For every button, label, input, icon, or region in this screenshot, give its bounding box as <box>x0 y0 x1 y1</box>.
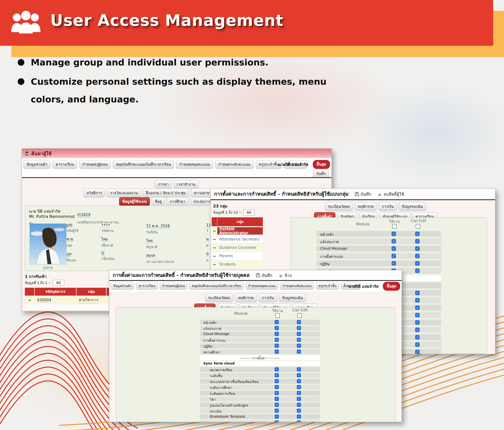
enable-checkbox[interactable] <box>275 332 279 336</box>
can-edit-checkbox[interactable] <box>415 246 420 251</box>
tab-button[interactable]: ข้อมูลของฉัน <box>399 202 426 211</box>
can-edit-checkbox[interactable] <box>297 338 301 342</box>
can-edit-checkbox[interactable] <box>297 350 301 354</box>
tab-button[interactable]: กำหนดระดับคะแนน <box>215 160 254 169</box>
can-edit-checkbox[interactable] <box>297 409 301 413</box>
group-cell[interactable]: ฝ่ายวิชาการ <box>77 296 106 304</box>
enable-checkbox[interactable] <box>275 409 279 413</box>
tab-button[interactable]: กำหนดสมุดคะแนน <box>176 160 213 169</box>
enable-checkbox[interactable] <box>275 320 279 324</box>
can-edit-checkbox[interactable] <box>415 254 420 258</box>
staff-id-cell[interactable]: 630004 <box>35 296 76 304</box>
tab-button[interactable]: สมุดบันทึกคะแนน/บันทึกเวลาเรียน <box>113 160 174 169</box>
group-link[interactable]: Attendance Secretary <box>217 236 263 243</box>
can-edit-checkbox[interactable] <box>297 367 301 371</box>
can-edit-checkbox[interactable] <box>297 391 301 395</box>
can-edit-checkbox[interactable] <box>415 313 420 317</box>
can-edit-checkbox[interactable] <box>415 239 420 243</box>
enable-checkbox[interactable] <box>275 373 279 377</box>
tab-button[interactable]: พฤติกรรม <box>355 202 377 211</box>
can-edit-checkbox[interactable] <box>297 403 301 407</box>
can-edit-checkbox[interactable] <box>415 232 420 236</box>
collapse-cell[interactable]: − <box>212 244 217 251</box>
enable-checkbox[interactable] <box>392 239 396 243</box>
enable-checkbox[interactable] <box>392 261 396 266</box>
collapse-cell[interactable]: − <box>212 252 217 260</box>
tab-button[interactable]: การศึกษา <box>167 197 188 206</box>
can-edit-checkbox[interactable] <box>297 379 301 383</box>
collapse-cell[interactable]: − <box>212 261 217 268</box>
can-edit-checkbox[interactable] <box>297 397 301 401</box>
can-edit-checkbox[interactable] <box>297 420 301 422</box>
tab-button[interactable]: สมุดบันทึกคะแนน/บันทึกเวลาเรียน <box>189 282 244 290</box>
tab-button[interactable]: เวลาทำงาน <box>173 180 198 189</box>
can-edit-checkbox[interactable] <box>297 414 301 419</box>
group-row[interactable]: − Students <box>212 261 263 268</box>
enable-checkbox[interactable] <box>392 232 396 236</box>
tab-button[interactable]: ครูประจำชั้น <box>256 160 282 169</box>
can-edit-checkbox[interactable] <box>297 385 301 389</box>
use-select-all-checkbox[interactable] <box>275 313 280 318</box>
group-row[interactable]: − Parents <box>212 252 263 260</box>
enable-checkbox[interactable] <box>392 246 396 251</box>
group-link[interactable]: Parents <box>217 252 263 260</box>
can-edit-checkbox[interactable] <box>415 269 420 273</box>
can-edit-checkbox[interactable] <box>297 326 301 330</box>
enable-checkbox[interactable] <box>392 254 396 258</box>
use-select-all-checkbox[interactable] <box>392 224 397 229</box>
group-link[interactable]: Guidance Counselor <box>217 244 263 251</box>
tab-button[interactable]: ข้อมูลส่วนตัว <box>23 160 50 169</box>
tab-button[interactable]: กำหนดครูผู้สอน <box>160 282 187 290</box>
tab-button[interactable]: ตั้งค่าเวลา <box>341 282 361 290</box>
tab-button[interactable]: รางวัลและผลงาน <box>107 189 141 197</box>
delete-permission-button[interactable]: ลบสิทธิ์ผู้ใช้ <box>378 191 404 197</box>
can-edit-checkbox[interactable] <box>415 261 420 266</box>
tab-button[interactable]: สวัสดิการ <box>83 189 105 197</box>
collapse-cell[interactable]: − <box>212 236 217 243</box>
can-edit-checkbox[interactable] <box>415 328 420 332</box>
group-link[interactable]: System Administrator <box>217 227 263 235</box>
enable-checkbox[interactable] <box>275 344 279 348</box>
can-edit-checkbox[interactable] <box>415 291 420 295</box>
can-edit-checkbox[interactable] <box>415 320 420 325</box>
can-edit-checkbox[interactable] <box>415 298 420 303</box>
group-link[interactable]: Students <box>217 261 263 268</box>
save-button[interactable]: บันทึก <box>355 191 371 197</box>
enable-checkbox[interactable] <box>275 338 279 342</box>
group-row[interactable]: − Attendance Secretary <box>212 236 263 243</box>
tab-button[interactable]: กำหนดสมุดคะแนน <box>246 282 278 290</box>
can-edit-checkbox[interactable] <box>415 342 420 347</box>
enable-checkbox[interactable] <box>275 414 279 419</box>
enable-checkbox[interactable] <box>275 379 279 383</box>
tab-button[interactable]: การเงิน <box>259 293 277 302</box>
tab-button[interactable]: การลา <box>155 180 172 189</box>
collapse-cell[interactable]: − <box>212 227 217 235</box>
tab-button[interactable]: ข้อมูลของฉัน <box>279 293 306 302</box>
can-edit-checkbox[interactable] <box>297 320 301 324</box>
can-edit-checkbox[interactable] <box>297 332 301 336</box>
group-row[interactable]: − Guidance Counselor <box>212 244 263 251</box>
clear-button[interactable]: ล้าง <box>279 272 292 279</box>
tab-button[interactable]: ครูประจำชั้น <box>316 282 339 290</box>
tab-button[interactable]: ตารางเรียน <box>136 282 158 290</box>
save-button[interactable]: บันทึก <box>256 272 272 279</box>
enable-checkbox[interactable] <box>275 391 279 395</box>
tab-button[interactable]: พฤติกรรม <box>235 293 257 302</box>
enable-checkbox[interactable] <box>275 385 279 389</box>
tab-button[interactable]: ข้อมูลส่วนตัว <box>111 282 134 290</box>
can-edit-checkbox[interactable] <box>297 344 301 348</box>
tab-button[interactable]: ทะเบียนวัดผล <box>325 202 353 211</box>
tab-button[interactable]: ฝึกอบรม / สัมนา/ ประชุม <box>143 189 189 197</box>
tab-button[interactable]: ตั้งค่าเวลา <box>284 160 307 169</box>
collapse-cell[interactable]: − <box>25 296 34 304</box>
tab-button[interactable]: ทะเบียนวัดผล <box>205 293 233 302</box>
tab-button[interactable]: ข้อมูลผู้ใช้ระบบ <box>119 197 150 206</box>
enable-checkbox[interactable] <box>275 367 279 371</box>
can-edit-select-all-checkbox[interactable] <box>297 313 302 318</box>
can-edit-select-all-checkbox[interactable] <box>416 224 420 229</box>
can-edit-checkbox[interactable] <box>297 373 301 377</box>
enable-checkbox[interactable] <box>275 350 279 354</box>
can-edit-checkbox[interactable] <box>415 305 420 310</box>
tab-button[interactable]: กำหนดครูผู้สอน <box>79 160 111 169</box>
tab-button[interactable]: ตารางเรียน <box>52 160 77 169</box>
